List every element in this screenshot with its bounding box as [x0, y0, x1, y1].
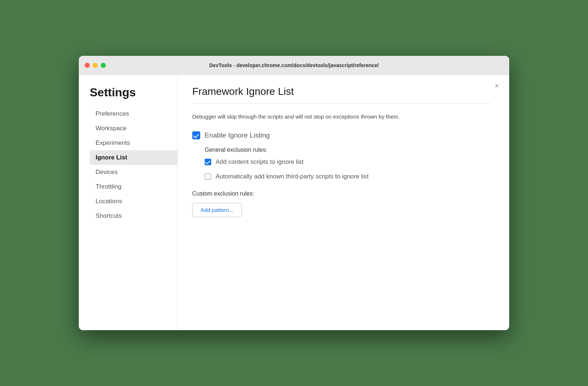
general-exclusion-title: General exclusion rules:	[205, 147, 491, 153]
rule2-checkbox[interactable]	[205, 173, 211, 180]
traffic-lights	[85, 63, 106, 68]
rule2-row: Automatically add known third-party scri…	[205, 173, 491, 180]
section-description: Debugger will skip through the scripts a…	[192, 112, 477, 121]
browser-window: DevTools - developer.chrome.com/docs/dev…	[79, 56, 509, 330]
sidebar-heading: Settings	[90, 86, 177, 99]
section-title: Framework Ignore List	[192, 86, 491, 97]
sidebar-nav: Preferences Workspace Experiments Ignore…	[90, 107, 177, 223]
maximize-traffic-light[interactable]	[101, 63, 106, 68]
sidebar-item-ignore-list[interactable]: Ignore List	[90, 150, 177, 165]
close-traffic-light[interactable]	[85, 63, 90, 68]
rule2-label[interactable]: Automatically add known third-party scri…	[216, 173, 369, 180]
rule1-row: Add content scripts to ignore list	[205, 158, 491, 166]
custom-exclusion-title: Custom exclusion rules:	[192, 190, 491, 197]
general-exclusion-section: General exclusion rules: Add content scr…	[205, 147, 491, 180]
rule1-checkbox[interactable]	[205, 159, 211, 165]
sidebar-item-experiments[interactable]: Experiments	[90, 136, 177, 150]
add-pattern-button[interactable]: Add pattern...	[192, 203, 242, 217]
browser-content: Settings Preferences Workspace Experimen…	[79, 75, 509, 330]
settings-container: Settings Preferences Workspace Experimen…	[79, 75, 509, 330]
sidebar-item-preferences[interactable]: Preferences	[90, 107, 177, 121]
sidebar-item-workspace[interactable]: Workspace	[90, 121, 177, 136]
title-bar: DevTools - developer.chrome.com/docs/dev…	[79, 56, 509, 75]
main-content: × Framework Ignore List Debugger will sk…	[177, 75, 509, 330]
section-divider	[192, 103, 491, 104]
sidebar: Settings Preferences Workspace Experimen…	[79, 75, 177, 330]
enable-ignore-listing-row: Enable Ignore Listing	[192, 131, 491, 139]
sidebar-item-locations[interactable]: Locations	[90, 194, 177, 209]
enable-ignore-listing-checkbox[interactable]	[192, 131, 200, 139]
browser-title: DevTools - developer.chrome.com/docs/dev…	[209, 62, 379, 68]
sidebar-item-throttling[interactable]: Throttling	[90, 180, 177, 194]
close-button[interactable]: ×	[492, 81, 502, 91]
enable-ignore-listing-label[interactable]: Enable Ignore Listing	[205, 131, 270, 139]
custom-exclusion-section: Custom exclusion rules: Add pattern...	[192, 190, 491, 217]
sidebar-item-devices[interactable]: Devices	[90, 165, 177, 180]
minimize-traffic-light[interactable]	[93, 63, 98, 68]
rule1-label[interactable]: Add content scripts to ignore list	[216, 158, 303, 166]
sidebar-item-shortcuts[interactable]: Shortcuts	[90, 209, 177, 223]
